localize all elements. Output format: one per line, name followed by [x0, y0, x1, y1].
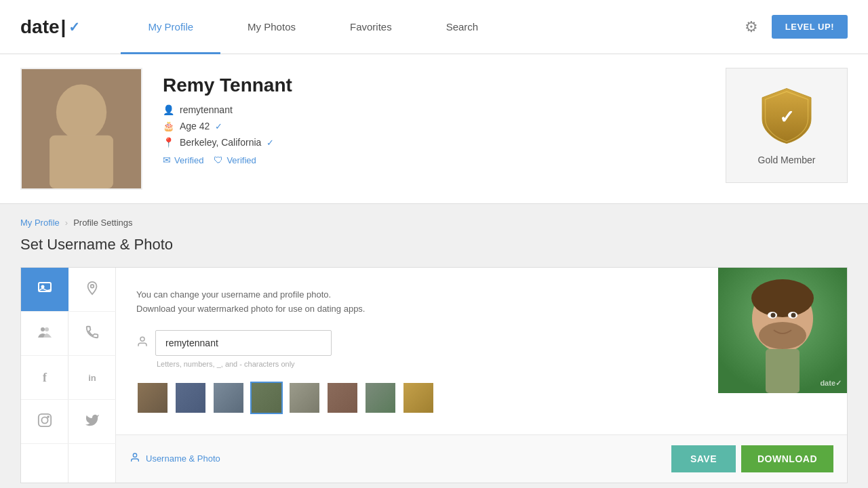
main-nav: My Profile My Photos Favorites Search [121, 0, 744, 54]
settings-content: You can change your username and profile… [116, 268, 847, 483]
location-icon: 📍 [163, 137, 174, 148]
sidebar-icons-col2: in [68, 268, 116, 483]
logo-text: date [20, 16, 60, 38]
form-photo-row: You can change your username and profile… [116, 268, 847, 434]
preview-watermark: date✓ [820, 379, 842, 388]
svg-point-9 [140, 337, 144, 341]
profile-name: Remy Tennant [163, 75, 705, 96]
instagram-icon [37, 413, 52, 431]
email-verified-icon: ✉ [163, 155, 171, 165]
sidebar-icon-friends[interactable] [21, 312, 68, 356]
svg-point-3 [41, 327, 45, 331]
profile-age-detail: 🎂 Age 42 ✓ [163, 121, 705, 131]
gold-member-card: ✓ Gold Member [726, 68, 848, 183]
action-buttons: SAVE DOWNLOAD [671, 445, 833, 472]
profile-username: remytennant [180, 104, 233, 115]
thumb-img-8 [403, 383, 433, 413]
twitter-icon [85, 413, 100, 431]
gear-icon[interactable]: ⚙ [745, 18, 758, 36]
photo-thumb-4[interactable] [250, 382, 283, 414]
logo-checkmark: ✓ [68, 19, 80, 35]
profile-username-detail: 👤 remytennant [163, 104, 705, 115]
photo-thumb-2[interactable] [174, 382, 207, 414]
location-pin-icon [85, 281, 100, 299]
svg-point-12 [751, 279, 814, 317]
thumb-img-7 [366, 383, 395, 413]
thumb-img-5 [290, 383, 319, 413]
username-photo-label: Username & Photo [130, 452, 220, 465]
thumb-img-1 [138, 383, 167, 413]
username-field-icon [136, 336, 149, 350]
facebook-icon: f [43, 371, 47, 385]
profile-photo-image [22, 69, 141, 188]
sidebar-icon-user-photo[interactable] [21, 268, 68, 312]
linkedin-icon: in [88, 373, 96, 383]
photo-thumb-8[interactable] [402, 382, 435, 414]
username-label-text: Username & Photo [146, 453, 220, 464]
nav-item-my-photos[interactable]: My Photos [220, 0, 323, 54]
settings-layout: f [20, 267, 848, 483]
verified-id-label: Verified [226, 155, 256, 165]
form-area: You can change your username and profile… [116, 268, 718, 434]
sidebar-icon-location[interactable] [68, 268, 116, 312]
sidebar-icon-facebook[interactable]: f [21, 356, 68, 400]
logo-divider: | [61, 16, 66, 38]
breadcrumb-separator: › [65, 218, 68, 228]
photo-thumb-6[interactable] [326, 382, 359, 414]
photo-thumbnails [136, 382, 698, 414]
svg-point-19 [133, 453, 136, 457]
username-input-wrap [136, 330, 698, 356]
svg-point-16 [791, 313, 796, 318]
phone-icon [85, 325, 100, 343]
main-photo-preview: date✓ [718, 268, 847, 393]
gold-member-label: Gold Member [758, 155, 816, 165]
username-input[interactable] [155, 330, 332, 356]
id-verified-icon: 🛡 [214, 155, 223, 165]
svg-text:✓: ✓ [779, 107, 795, 127]
save-button[interactable]: SAVE [671, 445, 736, 472]
verified-badges: ✉ Verified 🛡 Verified [163, 155, 705, 165]
download-button[interactable]: DOWNLOAD [741, 445, 833, 472]
nav-item-favorites[interactable]: Favorites [323, 0, 419, 54]
sidebar-icon-twitter[interactable] [68, 400, 116, 444]
friends-icon [37, 324, 53, 344]
gold-shield-icon: ✓ [756, 85, 817, 146]
verified-badge-id[interactable]: 🛡 Verified [214, 155, 256, 165]
level-up-button[interactable]: LEVEL UP! [772, 15, 848, 39]
breadcrumb-my-profile[interactable]: My Profile [20, 218, 60, 228]
thumb-img-2 [176, 383, 205, 413]
profile-location-detail: 📍 Berkeley, California ✓ [163, 137, 705, 148]
action-bar: Username & Photo SAVE DOWNLOAD [116, 434, 847, 483]
breadcrumb-current: Profile Settings [73, 218, 132, 228]
svg-point-2 [41, 285, 45, 288]
nav-item-search[interactable]: Search [419, 0, 506, 54]
photo-thumb-1[interactable] [136, 382, 169, 414]
header-right: ⚙ LEVEL UP! [745, 15, 848, 39]
verified-badge-email[interactable]: ✉ Verified [163, 155, 203, 165]
username-label-icon [130, 452, 140, 465]
breadcrumb: My Profile › Profile Settings [20, 218, 848, 228]
svg-point-4 [45, 327, 49, 331]
sidebar-icon-instagram[interactable] [21, 400, 68, 444]
thumb-img-6 [328, 383, 357, 413]
location-verified-check: ✓ [267, 138, 274, 148]
photo-thumb-7[interactable] [364, 382, 397, 414]
age-verified-check: ✓ [215, 121, 222, 131]
user-icon: 👤 [163, 104, 174, 115]
nav-item-my-profile[interactable]: My Profile [121, 0, 220, 54]
input-hint: Letters, numbers, _, and - characters on… [157, 360, 698, 368]
sidebar-icon-linkedin[interactable]: in [68, 356, 116, 400]
header: date|✓ My Profile My Photos Favorites Se… [0, 0, 868, 54]
section-title: Set Username & Photo [20, 236, 848, 253]
profile-section: Remy Tennant 👤 remytennant 🎂 Age 42 ✓ 📍 … [0, 54, 868, 204]
age-icon: 🎂 [163, 121, 174, 131]
thumb-img-4 [252, 383, 281, 413]
photo-thumb-5[interactable] [288, 382, 321, 414]
sidebar-icon-phone[interactable] [68, 312, 116, 356]
svg-point-17 [759, 322, 806, 349]
photo-thumb-3[interactable] [212, 382, 245, 414]
content-area: My Profile › Profile Settings Set Userna… [0, 204, 868, 488]
thumb-img-3 [214, 383, 243, 413]
svg-point-15 [771, 313, 776, 318]
profile-location: Berkeley, California [180, 137, 261, 148]
